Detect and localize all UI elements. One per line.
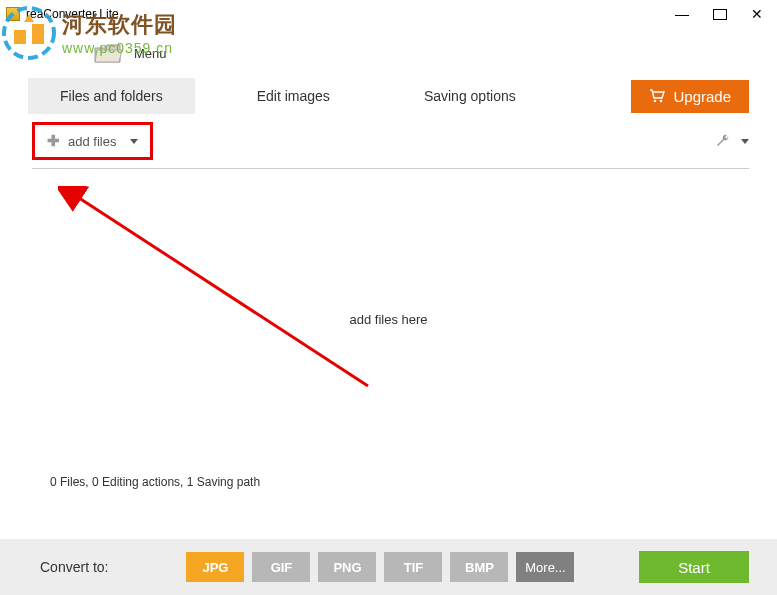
- window-title: reaConverter Lite: [26, 7, 119, 21]
- plus-icon: ✚: [47, 132, 60, 150]
- format-gif-button[interactable]: GIF: [252, 552, 310, 582]
- settings-button[interactable]: [715, 133, 749, 149]
- title-bar: reaConverter Lite — ✕: [0, 0, 777, 28]
- drop-placeholder-text: add files here: [349, 312, 427, 327]
- tabs-row: Files and folders Edit images Saving opt…: [0, 78, 777, 114]
- chevron-down-icon: [130, 139, 138, 144]
- footer-bar: Convert to: JPG GIF PNG TIF BMP More... …: [0, 539, 777, 595]
- add-files-label: add files: [68, 134, 116, 149]
- upgrade-label: Upgrade: [673, 88, 731, 105]
- format-bmp-button[interactable]: BMP: [450, 552, 508, 582]
- toolbar: ✚ add files: [0, 114, 777, 166]
- format-png-button[interactable]: PNG: [318, 552, 376, 582]
- format-jpg-button[interactable]: JPG: [186, 552, 244, 582]
- tab-files-folders[interactable]: Files and folders: [28, 78, 195, 114]
- folder-icon: [94, 42, 124, 64]
- format-tif-button[interactable]: TIF: [384, 552, 442, 582]
- tab-saving-options[interactable]: Saving options: [392, 78, 548, 114]
- add-files-button[interactable]: ✚ add files: [37, 127, 148, 155]
- format-more-button[interactable]: More...: [516, 552, 574, 582]
- chevron-down-icon: [741, 139, 749, 144]
- svg-point-4: [654, 100, 657, 103]
- wrench-icon: [715, 133, 731, 149]
- convert-to-label: Convert to:: [40, 559, 108, 575]
- minimize-button[interactable]: —: [669, 4, 695, 24]
- upgrade-button[interactable]: Upgrade: [631, 80, 749, 113]
- menu-bar: Menu: [0, 28, 777, 78]
- app-icon: [6, 7, 20, 21]
- file-drop-area[interactable]: add files here: [0, 169, 777, 469]
- annotation-highlight-box: ✚ add files: [32, 122, 153, 160]
- svg-point-5: [660, 100, 663, 103]
- maximize-button[interactable]: [713, 9, 727, 20]
- status-bar: 0 Files, 0 Editing actions, 1 Saving pat…: [0, 469, 777, 507]
- close-button[interactable]: ✕: [745, 4, 769, 24]
- menu-button[interactable]: Menu: [134, 46, 167, 61]
- status-text: 0 Files, 0 Editing actions, 1 Saving pat…: [50, 475, 260, 489]
- cart-icon: [649, 89, 665, 103]
- tab-edit-images[interactable]: Edit images: [225, 78, 362, 114]
- start-button[interactable]: Start: [639, 551, 749, 583]
